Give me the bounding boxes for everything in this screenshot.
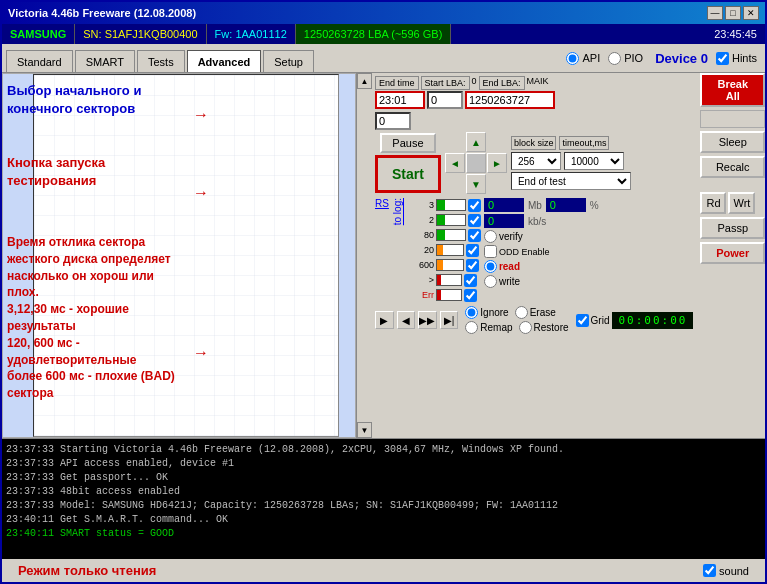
tab-advanced[interactable]: Advanced — [187, 50, 262, 72]
sound-checkbox[interactable] — [703, 564, 716, 577]
time-input[interactable] — [375, 91, 425, 109]
log-line-4: 23:37:33 48bit access enabled — [6, 485, 761, 499]
nav-down-button[interactable]: ▼ — [466, 174, 486, 194]
end-lba-input[interactable] — [465, 91, 555, 109]
transport-row: ▶ ◀ ▶▶ ▶| Ignore Erase R — [375, 306, 693, 334]
bar-600: 600 — [406, 258, 481, 272]
info-bar: SAMSUNG SN: S1AFJ1KQB00400 Fw: 1AA01112 … — [2, 24, 765, 44]
kbs-unit: kb/s — [528, 216, 546, 227]
bar-gt: > — [406, 273, 481, 287]
bottom-section: 23:37:33 Starting Victoria 4.46b Freewar… — [2, 438, 765, 582]
start-lba-input[interactable] — [427, 91, 463, 109]
bar-2-check[interactable] — [468, 214, 481, 227]
tab-standard[interactable]: Standard — [6, 50, 73, 72]
vertical-scrollbar[interactable]: ▲ ▼ — [356, 73, 372, 438]
recalc-button[interactable]: Recalc — [700, 156, 765, 178]
bar-20-check[interactable] — [466, 244, 479, 257]
kbs-value: 0 — [484, 214, 524, 228]
end-lba-label: End LBA: — [479, 76, 525, 90]
start-button[interactable]: Start — [375, 155, 441, 193]
tab-smart[interactable]: SMART — [75, 50, 135, 72]
zero-label: 0 — [472, 76, 477, 90]
scroll-up-button[interactable]: ▲ — [357, 73, 372, 89]
annotation-2: Кнопка запуска тестирования — [7, 154, 167, 196]
bottom-annotation: Режим только чтения — [10, 561, 164, 580]
end-button[interactable]: ▶| — [440, 311, 459, 329]
timeout-select[interactable]: 10000 — [564, 152, 624, 170]
break-all-button[interactable]: Break All — [700, 73, 765, 107]
sound-row[interactable]: sound — [695, 562, 757, 579]
arrow-2: → — [193, 184, 209, 202]
pause-button[interactable]: Pause — [380, 133, 435, 153]
scroll-down-button[interactable]: ▼ — [357, 422, 372, 438]
firmware: Fw: 1AA01112 — [207, 24, 296, 44]
end-test-select[interactable]: End of test — [511, 172, 631, 190]
nav-center-button[interactable] — [466, 153, 486, 173]
bar-err-check[interactable] — [464, 289, 477, 302]
erase-options: Ignore Erase Remap Restore — [465, 306, 568, 334]
power-button[interactable]: Power — [700, 242, 765, 264]
tab-setup[interactable]: Setup — [263, 50, 314, 72]
bar-3-check[interactable] — [468, 199, 481, 212]
block-size-select[interactable]: 256 — [511, 152, 561, 170]
play-button[interactable]: ▶ — [375, 311, 394, 329]
nav-left-button[interactable]: ◄ — [445, 153, 465, 173]
bar-3: 3 — [406, 198, 481, 212]
wrt-button[interactable]: Wrt — [728, 192, 755, 214]
spacer-1 — [700, 110, 765, 128]
clock: 23:45:45 — [706, 24, 765, 44]
serial-number: SN: S1AFJ1KQB00400 — [75, 24, 206, 44]
lba-row: End time Start LBA: 0 End LBA: MAIK — [375, 76, 693, 130]
title-bar: Victoria 4.46b Freeware (12.08.2008) — □… — [2, 2, 765, 24]
restore-radio[interactable]: Restore — [519, 321, 569, 334]
log-line-3: 23:37:33 Get passport... OK — [6, 471, 761, 485]
read-radio[interactable]: read — [484, 260, 599, 273]
api-radio[interactable]: API — [566, 52, 600, 65]
main-content: Выбор начального и конечного секторов Кн… — [2, 73, 765, 438]
minimize-button[interactable]: — — [707, 6, 723, 20]
sound-label: sound — [719, 565, 749, 577]
second-input[interactable] — [375, 112, 411, 130]
bar-2: 2 — [406, 213, 481, 227]
controls-middle: Pause Start ▲ ◄ ► ▼ — [375, 132, 693, 194]
odd-enable-check[interactable] — [484, 245, 497, 258]
grid-checkbox[interactable]: Grid — [576, 314, 610, 327]
verify-radio[interactable]: verify — [484, 230, 599, 243]
back-button[interactable]: ◀ — [397, 311, 416, 329]
log-area: 23:37:33 Starting Victoria 4.46b Freewar… — [2, 439, 765, 559]
write-radio[interactable]: write — [484, 275, 599, 288]
nav-pad: ▲ ◄ ► ▼ — [445, 132, 507, 194]
ignore-radio[interactable]: Ignore — [465, 306, 508, 319]
erase-radio[interactable]: Erase — [515, 306, 556, 319]
device-name: SAMSUNG — [2, 24, 75, 44]
close-button[interactable]: ✕ — [743, 6, 759, 20]
maximize-button[interactable]: □ — [725, 6, 741, 20]
bar-600-check[interactable] — [466, 259, 479, 272]
right-buttons: Break All Sleep Recalc Rd Wrt Passp Powe… — [700, 73, 765, 438]
nav-up-button[interactable]: ▲ — [466, 132, 486, 152]
annotation-text-2: Кнопка запуска тестирования — [7, 154, 167, 190]
log-line-5: 23:37:33 Model: SAMSUNG HD6421J; Capacit… — [6, 499, 761, 513]
sleep-button[interactable]: Sleep — [700, 131, 765, 153]
right-controls: End time Start LBA: 0 End LBA: MAIK — [372, 73, 696, 438]
passp-button[interactable]: Passp — [700, 217, 765, 239]
tab-tests[interactable]: Tests — [137, 50, 185, 72]
bar-80-check[interactable] — [468, 229, 481, 242]
block-size-label: block size — [511, 136, 557, 150]
arrow-1: → — [193, 106, 209, 124]
annotation-area: Выбор начального и конечного секторов Кн… — [2, 73, 356, 438]
annotation-1: Выбор начального и конечного секторов — [7, 82, 177, 124]
percent-unit: % — [590, 200, 599, 211]
remap-radio[interactable]: Remap — [465, 321, 512, 334]
maik-label: MAIK — [527, 76, 549, 90]
bar-gt-check[interactable] — [464, 274, 477, 287]
device-label: Device 0 — [655, 51, 708, 66]
nav-right-button[interactable]: ► — [487, 153, 507, 173]
mb-stat: 0 Mb 0 % — [484, 198, 599, 212]
forward-button[interactable]: ▶▶ — [418, 311, 437, 329]
rd-button[interactable]: Rd — [700, 192, 726, 214]
log-label: to log: — [392, 198, 403, 225]
mb-value: 0 — [484, 198, 524, 212]
hints-checkbox[interactable]: Hints — [716, 52, 757, 65]
pio-radio[interactable]: PIO — [608, 52, 643, 65]
